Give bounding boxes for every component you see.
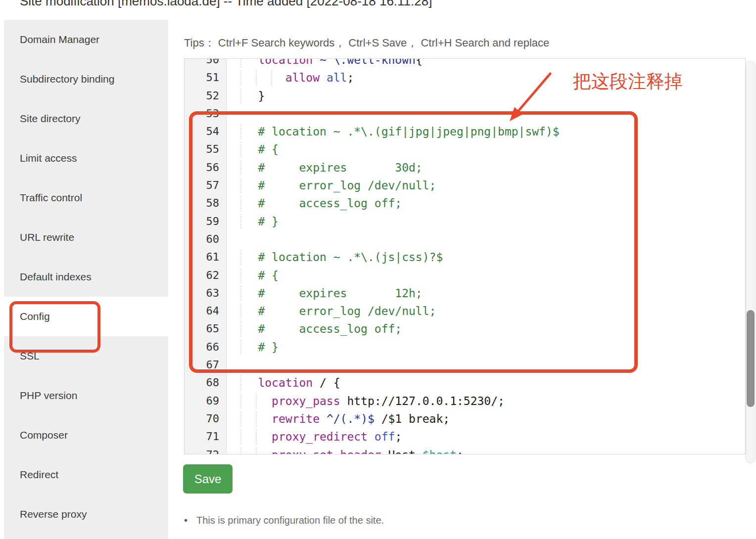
sidebar-item-traffic-control[interactable]: Traffic control (4, 178, 168, 218)
sidebar-item-default-indexes[interactable]: Default indexes (4, 257, 168, 297)
sidebar-item-label: Composer (20, 429, 68, 441)
code-line-text: # { (231, 267, 279, 284)
line-number: 69 (185, 392, 219, 410)
code-line: 59 # } (185, 213, 745, 230)
code-line: 64 # error_log /dev/null; (185, 302, 745, 320)
sidebar-item-label: Traffic control (20, 192, 82, 204)
line-number: 70 (185, 410, 219, 428)
code-line-text: # expires 12h; (231, 284, 423, 302)
sidebar-item-composer[interactable]: Composer (4, 415, 168, 455)
sidebar-item-label: SSL (20, 350, 40, 362)
sidebar-item-label: Domain Manager (20, 34, 99, 45)
code-line: 69 proxy_pass http://127.0.0.1:5230/; (185, 392, 745, 410)
sidebar-item-php-version[interactable]: PHP version (4, 376, 168, 415)
code-line-text: # } (231, 213, 279, 230)
code-line-text: proxy_set_header Host $host; (231, 446, 464, 454)
code-line-text: proxy_pass http://127.0.0.1:5230/; (231, 392, 505, 410)
code-line-text: location / { (231, 374, 340, 392)
sidebar-item-config[interactable]: Config (4, 297, 168, 336)
code-line: 62 # { (185, 267, 745, 284)
code-line-text: # expires 30d; (231, 159, 423, 177)
code-line: 60 (185, 230, 745, 248)
line-number: 56 (185, 159, 219, 177)
line-number: 53 (185, 105, 219, 123)
footnote: • This is primary configuration file of … (184, 515, 384, 526)
code-line: 70 rewrite ^/(.*)$ /$1 break; (185, 410, 745, 428)
code-line-text: # access_log off; (231, 194, 402, 212)
code-line: 53 (185, 105, 745, 123)
sidebar-item-url-rewrite[interactable]: URL rewrite (4, 218, 168, 257)
editor-scrollbar[interactable] (746, 61, 756, 463)
code-line: 67 (185, 356, 745, 374)
line-number: 59 (185, 213, 219, 230)
line-number: 71 (185, 428, 219, 446)
code-line: 71 proxy_redirect off; (185, 428, 745, 446)
sidebar-item-label: Subdirectory binding (20, 73, 114, 85)
line-number: 67 (185, 356, 219, 374)
code-line: 72 proxy_set_header Host $host; (185, 446, 745, 454)
annotation-text: 把这段注释掉 (573, 69, 683, 94)
sidebar-item-label: Reverse proxy (20, 508, 87, 520)
line-number: 50 (185, 58, 219, 69)
code-line: 61 # location ~ .*\.(js|css)?$ (185, 248, 745, 266)
line-number: 72 (185, 446, 219, 454)
sidebar-item-label: Default indexes (20, 271, 92, 283)
code-line: 50 location ~ \.well-known{ (185, 58, 745, 69)
code-line: 55 # { (185, 140, 745, 158)
line-number: 61 (185, 248, 219, 266)
code-line: 57 # error_log /dev/null; (185, 177, 745, 194)
line-number: 58 (185, 194, 219, 212)
code-line: 58 # access_log off; (185, 194, 745, 212)
code-line-text: proxy_redirect off; (231, 428, 402, 446)
sidebar-item-label: Redirect (20, 469, 58, 481)
code-line: 68 location / { (185, 374, 745, 392)
sidebar-item-label: PHP version (20, 390, 77, 402)
line-number: 68 (185, 374, 219, 392)
editor-lines: 50 location ~ \.well-known{51 allow all;… (185, 58, 745, 454)
code-line: 63 # expires 12h; (185, 284, 745, 302)
sidebar-item-ssl[interactable]: SSL (4, 336, 168, 376)
code-line-text: # error_log /dev/null; (231, 302, 436, 320)
sidebar-item-label: Config (20, 311, 50, 322)
code-line-text: rewrite ^/(.*)$ /$1 break; (231, 410, 450, 428)
line-number: 60 (185, 230, 219, 248)
line-number: 66 (185, 338, 219, 356)
save-button[interactable]: Save (183, 464, 233, 494)
line-number: 62 (185, 267, 219, 284)
line-number: 55 (185, 140, 219, 158)
code-line-text: location ~ \.well-known{ (231, 58, 423, 69)
sidebar-item-domain-manager[interactable]: Domain Manager (4, 20, 168, 59)
code-line-text: # error_log /dev/null; (231, 177, 436, 194)
sidebar-item-label: URL rewrite (20, 231, 74, 243)
code-line-text: # location ~ .*\.(gif|jpg|jpeg|png|bmp|s… (231, 123, 560, 140)
code-line-text: # access_log off; (231, 320, 402, 338)
line-number: 57 (185, 177, 219, 194)
tips-text: Tips： Ctrl+F Search keywords， Ctrl+S Sav… (184, 36, 549, 50)
sidebar-item-limit-access[interactable]: Limit access (4, 138, 168, 178)
bullet-icon: • (184, 515, 188, 526)
sidebar-item-label: Limit access (20, 152, 77, 164)
window-title: Site modification [memos.laoda.de] -- Ti… (20, 0, 432, 7)
sidebar: Domain ManagerSubdirectory bindingSite d… (4, 20, 168, 539)
line-number: 65 (185, 320, 219, 338)
sidebar-item-site-directory[interactable]: Site directory (4, 99, 168, 138)
code-line: 65 # access_log off; (185, 320, 745, 338)
code-line-text: allow all; (231, 69, 354, 87)
scrollbar-thumb[interactable] (747, 310, 755, 407)
sidebar-item-reverse-proxy[interactable]: Reverse proxy (4, 494, 168, 534)
sidebar-item-label: Site directory (20, 113, 81, 125)
code-line: 54 # location ~ .*\.(gif|jpg|jpeg|png|bm… (185, 123, 745, 140)
line-number: 51 (185, 69, 219, 87)
sidebar-item-redirect[interactable]: Redirect (4, 455, 168, 494)
code-line-text: # { (231, 140, 279, 158)
line-number: 64 (185, 302, 219, 320)
code-line: 56 # expires 30d; (185, 159, 745, 177)
code-editor[interactable]: 50 location ~ \.well-known{51 allow all;… (184, 58, 746, 454)
code-line-text: # } (231, 338, 279, 356)
code-line: 66 # } (185, 338, 745, 356)
code-line-text: # location ~ .*\.(js|css)?$ (231, 248, 443, 266)
line-number: 52 (185, 87, 219, 105)
line-number: 54 (185, 123, 219, 140)
code-line-text: } (231, 87, 265, 105)
sidebar-item-subdirectory-binding[interactable]: Subdirectory binding (4, 59, 168, 99)
